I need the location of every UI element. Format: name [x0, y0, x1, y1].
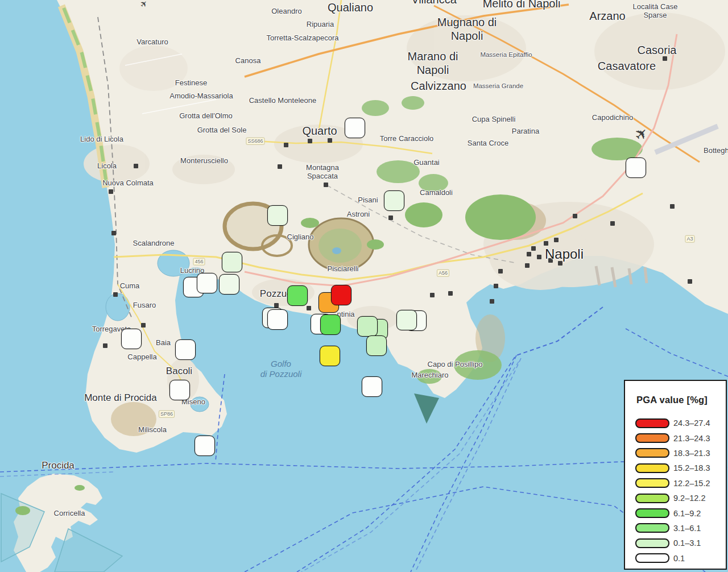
pga-marker[interactable] — [331, 285, 351, 305]
pga-marker[interactable] — [320, 314, 341, 335]
legend-swatch — [635, 523, 669, 533]
pga-marker[interactable] — [197, 273, 217, 293]
legend-item: 3.1–6.1 — [635, 521, 726, 536]
pga-legend: PGA value [%g] 24.3–27.421.3–24.318.3–21… — [624, 380, 727, 570]
pga-marker[interactable] — [121, 329, 142, 349]
legend-item: 0.1–3.1 — [635, 536, 726, 550]
legend-range-label: 12.2–15.2 — [673, 479, 710, 488]
legend-item: 0.1 — [635, 551, 726, 566]
legend-swatch — [635, 478, 669, 488]
legend-range-label: 9.2–12.2 — [673, 494, 705, 503]
legend-swatch — [635, 508, 669, 518]
legend-item: 15.2–18.3 — [635, 461, 726, 475]
legend-range-label: 6.1–9.2 — [673, 509, 701, 518]
pga-marker[interactable] — [169, 380, 190, 400]
pga-marker[interactable] — [175, 339, 196, 360]
legend-range-label: 0.1–3.1 — [673, 538, 701, 548]
legend-item: 6.1–9.2 — [635, 505, 726, 520]
pga-marker[interactable] — [287, 285, 308, 306]
legend-item: 12.2–15.2 — [635, 476, 726, 491]
pga-marker[interactable] — [267, 309, 288, 330]
legend-swatch — [635, 463, 669, 473]
legend-item: 18.3–21.3 — [635, 446, 726, 461]
pga-marker[interactable] — [366, 335, 387, 356]
legend-swatch — [635, 553, 669, 563]
legend-swatch — [635, 538, 669, 548]
legend-swatch — [635, 418, 669, 428]
pga-marker[interactable] — [195, 436, 215, 456]
pga-marker[interactable] — [320, 346, 340, 366]
legend-swatch — [635, 433, 669, 443]
legend-item: 21.3–24.3 — [635, 430, 726, 445]
legend-range-label: 24.3–27.4 — [673, 418, 710, 428]
pga-marker[interactable] — [362, 376, 382, 397]
pga-marker[interactable] — [626, 157, 646, 178]
pga-markers-layer — [0, 0, 728, 572]
pga-marker[interactable] — [357, 316, 378, 337]
pga-marker[interactable] — [219, 274, 239, 295]
pga-marker[interactable] — [267, 205, 288, 226]
legend-range-label: 18.3–21.3 — [673, 449, 710, 458]
legend-item: 9.2–12.2 — [635, 491, 726, 505]
map-canvas[interactable]: Melito di NapoliVillariccaQualianoOleand… — [0, 0, 728, 572]
pga-marker[interactable] — [384, 190, 404, 211]
pga-marker[interactable] — [222, 252, 242, 272]
legend-range-label: 21.3–24.3 — [673, 434, 710, 443]
legend-swatch — [635, 448, 669, 458]
legend-range-label: 0.1 — [673, 554, 685, 563]
pga-marker[interactable] — [345, 118, 365, 138]
legend-swatch — [635, 494, 669, 503]
legend-item: 24.3–27.4 — [635, 416, 726, 430]
legend-title: PGA value [%g] — [636, 395, 726, 405]
pga-marker[interactable] — [396, 310, 417, 330]
legend-range-label: 3.1–6.1 — [673, 524, 701, 533]
legend-list: 24.3–27.421.3–24.318.3–21.315.2–18.312.2… — [635, 416, 726, 566]
legend-range-label: 15.2–18.3 — [673, 463, 710, 472]
